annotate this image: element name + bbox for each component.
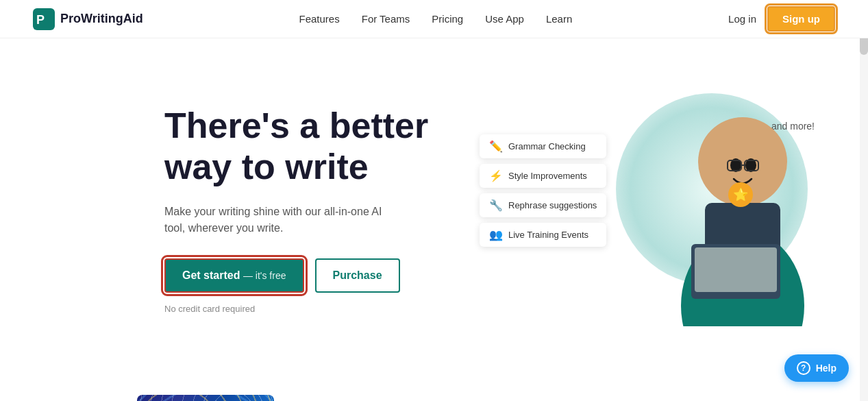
nav-for-teams[interactable]: For Teams xyxy=(362,13,410,25)
svg-text:P: P xyxy=(36,13,45,27)
pill-training: 👥 Live Training Events xyxy=(480,223,606,247)
no-credit-text: No credit card required xyxy=(164,304,466,314)
hero-buttons: Get started — it's free Purchase xyxy=(164,258,466,293)
hero-title: There's a better way to write xyxy=(164,106,466,188)
pill-grammar-label: Grammar Checking xyxy=(508,141,586,151)
pill-style-label: Style Improvements xyxy=(508,171,587,181)
pill-rephrase: 🔧 Rephrase suggestions xyxy=(480,193,606,217)
svg-rect-6 xyxy=(695,247,777,292)
get-started-label: Get started xyxy=(182,269,240,281)
hero-illustration: ...and more! ⭐ ✏️ Grammar Checking ⚡ Sty… xyxy=(466,80,835,340)
pill-grammar: ✏️ Grammar Checking xyxy=(480,134,606,158)
help-icon: ? xyxy=(797,361,810,375)
hero-content: There's a better way to write Make your … xyxy=(164,106,466,315)
style-icon: ⚡ xyxy=(489,169,503,182)
get-started-button[interactable]: Get started — it's free xyxy=(164,258,304,293)
help-button[interactable]: ? Help xyxy=(784,354,849,382)
starry-night-area xyxy=(137,395,370,401)
hero-subtitle: Make your writing shine with our all-in-… xyxy=(164,204,397,236)
main-nav: Features For Teams Pricing Use App Learn xyxy=(299,13,573,25)
signup-button[interactable]: Sign up xyxy=(767,6,835,32)
logo[interactable]: P ProWritingAid xyxy=(33,8,143,30)
nav-features[interactable]: Features xyxy=(299,13,340,25)
second-section: Do you feel like your writing lets you d… xyxy=(0,367,868,401)
login-link[interactable]: Log in xyxy=(728,13,756,25)
sparkle-icon: ⭐ xyxy=(728,182,753,207)
starry-card-1 xyxy=(137,395,274,401)
nav-actions: Log in Sign up xyxy=(728,6,835,32)
logo-icon: P xyxy=(33,8,55,30)
grammar-icon: ✏️ xyxy=(489,140,503,153)
pill-style: ⚡ Style Improvements xyxy=(480,164,606,188)
logo-text: ProWritingAid xyxy=(60,12,143,26)
nav-use-app[interactable]: Use App xyxy=(485,13,524,25)
feature-pills: ✏️ Grammar Checking ⚡ Style Improvements… xyxy=(480,134,606,247)
purchase-button[interactable]: Purchase xyxy=(315,258,400,293)
rephrase-icon: 🔧 xyxy=(489,199,503,212)
hero-section: There's a better way to write Make your … xyxy=(0,38,868,367)
help-label: Help xyxy=(816,363,836,374)
person-illustration xyxy=(616,80,821,326)
pill-training-label: Live Training Events xyxy=(508,230,588,240)
nav-learn[interactable]: Learn xyxy=(546,13,572,25)
training-icon: 👥 xyxy=(489,228,503,241)
nav-pricing[interactable]: Pricing xyxy=(432,13,463,25)
free-label: — it's free xyxy=(243,270,286,281)
header: P ProWritingAid Features For Teams Prici… xyxy=(0,0,868,38)
pill-rephrase-label: Rephrase suggestions xyxy=(508,200,597,210)
